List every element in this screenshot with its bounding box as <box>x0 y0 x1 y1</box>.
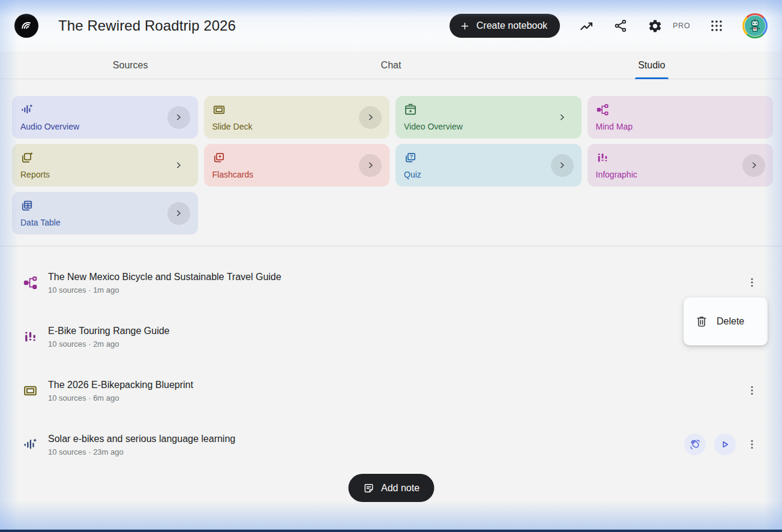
chevron-right-icon[interactable] <box>742 154 765 177</box>
artifact-meta: 10 sources · 23m ago <box>48 447 684 456</box>
tab-chat[interactable]: Chat <box>260 52 521 79</box>
card-flashcards[interactable]: Flashcards <box>204 144 390 187</box>
create-notebook-button[interactable]: Create notebook <box>450 14 560 38</box>
slide-frame-icon <box>212 103 382 116</box>
card-mind-map[interactable]: Mind Map <box>588 96 774 139</box>
studio-artifact-list: The New Mexico Bicycle and Sustainable T… <box>0 246 782 471</box>
pro-badge: PRO <box>673 22 690 30</box>
chevron-right-icon[interactable] <box>359 106 382 129</box>
more-options-kebab-icon[interactable] <box>745 275 759 290</box>
chevron-right-icon[interactable] <box>551 106 574 129</box>
artifact-row-slide-deck[interactable]: The 2026 E-Bikepacking Blueprint 10 sour… <box>0 363 782 417</box>
artifact-row-mind-map[interactable]: The New Mexico Bicycle and Sustainable T… <box>0 256 782 309</box>
card-label: Flashcards <box>212 170 382 179</box>
artifact-title: Solar e-bikes and serious language learn… <box>48 432 684 445</box>
share-icon[interactable] <box>613 18 628 34</box>
artifact-title: The 2026 E-Bikepacking Blueprint <box>48 378 744 391</box>
card-label: Mind Map <box>596 122 765 131</box>
context-menu-delete[interactable]: Delete <box>684 297 768 345</box>
interactive-mode-hand-icon[interactable] <box>684 434 706 455</box>
card-label: Slide Deck <box>212 122 382 131</box>
mind-map-icon <box>596 103 765 116</box>
card-label: Video Overview <box>404 122 573 131</box>
card-infographic[interactable]: Infographic <box>588 144 774 187</box>
note-icon <box>362 482 374 494</box>
create-notebook-label: Create notebook <box>477 20 547 31</box>
bar-chart-icon <box>23 329 38 344</box>
report-sparkle-icon <box>20 151 190 164</box>
chevron-right-icon[interactable] <box>167 202 190 225</box>
notebooklm-app: The Rewired Roadtrip 2026 Create noteboo… <box>0 0 782 532</box>
quiz-cards-icon: ? <box>404 151 573 164</box>
card-reports[interactable]: Reports <box>12 144 198 187</box>
play-icon[interactable] <box>714 434 736 455</box>
card-slide-deck[interactable]: Slide Deck <box>204 96 390 139</box>
card-label: Audio Overview <box>20 122 190 131</box>
main-tabs: Sources Chat Studio <box>0 52 782 79</box>
more-options-kebab-icon[interactable] <box>745 437 759 452</box>
mind-map-icon <box>23 275 38 290</box>
card-label: Data Table <box>20 218 190 227</box>
chevron-right-icon[interactable] <box>359 154 382 177</box>
chevron-right-icon[interactable] <box>167 154 190 177</box>
artifact-meta: 10 sources · 1m ago <box>48 285 744 294</box>
active-tab-underline <box>635 77 669 79</box>
svg-text:?: ? <box>410 154 413 160</box>
delete-menu-item[interactable]: Delete <box>717 316 744 327</box>
notebooklm-logo-icon[interactable] <box>14 14 38 38</box>
settings-gear-icon[interactable] <box>647 18 663 34</box>
artifact-meta: 10 sources · 6m ago <box>48 393 744 402</box>
artifact-title: The New Mexico Bicycle and Sustainable T… <box>48 270 744 283</box>
slide-frame-icon <box>23 383 38 398</box>
card-data-table[interactable]: Data Table <box>12 192 198 235</box>
flashcards-star-icon <box>212 151 382 164</box>
add-note-button[interactable]: Add note <box>348 474 434 502</box>
video-frame-icon <box>404 103 573 116</box>
bottom-edge-bar <box>0 530 782 532</box>
header-actions: Create notebook PRO <box>450 13 768 38</box>
artifact-meta: 10 sources · 2m ago <box>48 339 744 348</box>
tab-studio[interactable]: Studio <box>522 52 782 79</box>
tab-sources[interactable]: Sources <box>0 52 260 79</box>
user-avatar[interactable] <box>742 13 768 38</box>
artifact-title: E-Bike Touring Range Guide <box>48 324 744 337</box>
card-quiz[interactable]: ? Quiz <box>396 144 582 187</box>
artifact-row-audio-overview[interactable]: Solar e-bikes and serious language learn… <box>0 417 782 471</box>
studio-card-grid: Audio Overview Slide Deck Video Overview <box>12 96 773 235</box>
notebook-title[interactable]: The Rewired Roadtrip 2026 <box>58 17 236 34</box>
add-note-label: Add note <box>381 483 420 494</box>
artifact-row-infographic[interactable]: E-Bike Touring Range Guide 10 sources · … <box>0 309 782 363</box>
trash-icon <box>695 315 708 328</box>
audio-waveform-sparkle-icon <box>23 437 38 452</box>
card-label: Infographic <box>596 170 765 179</box>
card-label: Reports <box>20 170 190 179</box>
google-apps-grid-icon[interactable] <box>709 18 724 34</box>
bar-chart-icon <box>596 151 765 164</box>
audio-waveform-sparkle-icon <box>20 103 190 116</box>
chevron-right-icon[interactable] <box>551 154 574 177</box>
chevron-right-icon[interactable] <box>167 106 190 129</box>
more-options-kebab-icon[interactable] <box>745 383 759 398</box>
card-audio-overview[interactable]: Audio Overview <box>12 96 198 139</box>
header: The Rewired Roadtrip 2026 Create noteboo… <box>0 0 782 52</box>
plus-icon <box>460 21 470 31</box>
card-video-overview[interactable]: Video Overview <box>396 96 582 139</box>
avatar-robot-image <box>744 15 766 37</box>
analytics-trending-icon[interactable] <box>579 18 594 34</box>
card-label: Quiz <box>404 170 573 179</box>
data-table-icon <box>20 199 190 212</box>
